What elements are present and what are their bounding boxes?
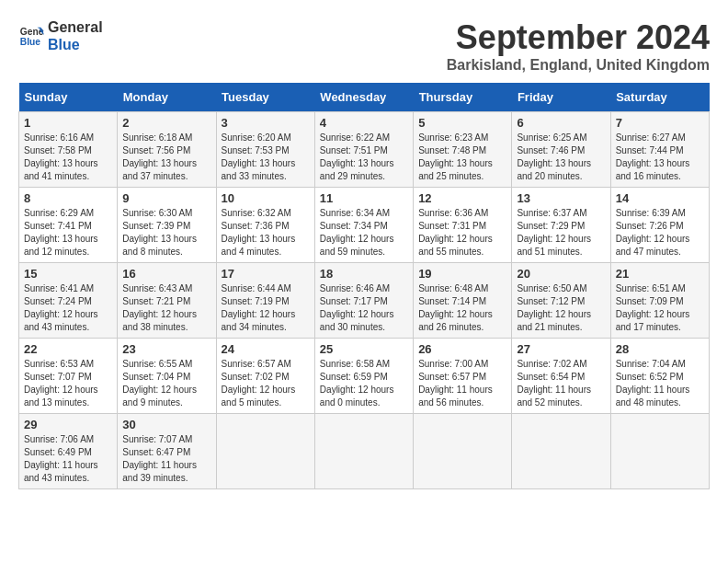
- day-header-tuesday: Tuesday: [216, 83, 314, 112]
- day-detail: Sunrise: 6:29 AMSunset: 7:41 PMDaylight:…: [24, 207, 112, 259]
- page-title: September 2024: [447, 18, 710, 57]
- day-detail: Sunrise: 6:34 AMSunset: 7:34 PMDaylight:…: [320, 207, 408, 259]
- day-detail: Sunrise: 6:36 AMSunset: 7:31 PMDaylight:…: [418, 207, 506, 259]
- calendar-cell: [314, 414, 413, 489]
- calendar-cell: 16Sunrise: 6:43 AMSunset: 7:21 PMDayligh…: [118, 263, 216, 339]
- calendar-cell: 13Sunrise: 6:37 AMSunset: 7:29 PMDayligh…: [512, 188, 610, 263]
- day-detail: Sunrise: 6:30 AMSunset: 7:39 PMDaylight:…: [122, 207, 210, 259]
- day-number: 20: [517, 267, 605, 281]
- calendar-cell: 12Sunrise: 6:36 AMSunset: 7:31 PMDayligh…: [414, 188, 512, 263]
- day-number: 15: [24, 267, 112, 281]
- day-detail: Sunrise: 6:25 AMSunset: 7:46 PMDaylight:…: [517, 132, 605, 183]
- calendar-cell: 7Sunrise: 6:27 AMSunset: 7:44 PMDaylight…: [610, 112, 709, 188]
- day-detail: Sunrise: 6:53 AMSunset: 7:07 PMDaylight:…: [24, 358, 112, 409]
- day-number: 14: [616, 191, 704, 205]
- day-detail: Sunrise: 6:16 AMSunset: 7:58 PMDaylight:…: [24, 132, 112, 183]
- calendar-cell: 21Sunrise: 6:51 AMSunset: 7:09 PMDayligh…: [610, 263, 709, 339]
- day-detail: Sunrise: 6:58 AMSunset: 6:59 PMDaylight:…: [320, 358, 408, 409]
- day-number: 6: [517, 116, 605, 130]
- day-header-wednesday: Wednesday: [314, 83, 413, 112]
- day-number: 2: [122, 116, 210, 130]
- day-detail: Sunrise: 6:22 AMSunset: 7:51 PMDaylight:…: [320, 132, 408, 183]
- calendar-cell: 29Sunrise: 7:06 AMSunset: 6:49 PMDayligh…: [19, 414, 118, 489]
- day-detail: Sunrise: 7:04 AMSunset: 6:52 PMDaylight:…: [616, 358, 704, 409]
- calendar-cell: 11Sunrise: 6:34 AMSunset: 7:34 PMDayligh…: [314, 188, 413, 263]
- svg-text:Blue: Blue: [20, 37, 41, 47]
- day-detail: Sunrise: 7:00 AMSunset: 6:57 PMDaylight:…: [418, 358, 506, 409]
- day-number: 5: [418, 116, 506, 130]
- day-detail: Sunrise: 6:57 AMSunset: 7:02 PMDaylight:…: [222, 358, 310, 409]
- day-number: 9: [122, 191, 210, 205]
- calendar-week-row: 8Sunrise: 6:29 AMSunset: 7:41 PMDaylight…: [19, 188, 710, 263]
- day-header-thursday: Thursday: [414, 83, 512, 112]
- day-number: 28: [616, 342, 704, 356]
- calendar-week-row: 15Sunrise: 6:41 AMSunset: 7:24 PMDayligh…: [19, 263, 710, 339]
- day-number: 7: [616, 116, 704, 130]
- day-number: 24: [222, 342, 310, 356]
- day-number: 4: [320, 116, 408, 130]
- day-number: 25: [320, 342, 408, 356]
- page-subtitle: Barkisland, England, United Kingdom: [447, 57, 710, 74]
- header: General Blue General Blue September 2024…: [18, 18, 710, 74]
- day-detail: Sunrise: 6:39 AMSunset: 7:26 PMDaylight:…: [616, 207, 704, 259]
- calendar-cell: 8Sunrise: 6:29 AMSunset: 7:41 PMDaylight…: [19, 188, 118, 263]
- calendar-cell: 28Sunrise: 7:04 AMSunset: 6:52 PMDayligh…: [610, 339, 709, 414]
- day-detail: Sunrise: 6:37 AMSunset: 7:29 PMDaylight:…: [517, 207, 605, 259]
- calendar-cell: 23Sunrise: 6:55 AMSunset: 7:04 PMDayligh…: [118, 339, 216, 414]
- calendar-cell: 1Sunrise: 6:16 AMSunset: 7:58 PMDaylight…: [19, 112, 118, 188]
- calendar-cell: 2Sunrise: 6:18 AMSunset: 7:56 PMDaylight…: [118, 112, 216, 188]
- day-number: 3: [222, 116, 310, 130]
- day-number: 27: [517, 342, 605, 356]
- day-header-saturday: Saturday: [610, 83, 709, 112]
- calendar-cell: [414, 414, 512, 489]
- title-area: September 2024 Barkisland, England, Unit…: [447, 18, 710, 74]
- day-detail: Sunrise: 6:44 AMSunset: 7:19 PMDaylight:…: [222, 282, 310, 334]
- calendar-cell: 18Sunrise: 6:46 AMSunset: 7:17 PMDayligh…: [314, 263, 413, 339]
- day-number: 18: [320, 267, 408, 281]
- calendar-cell: 9Sunrise: 6:30 AMSunset: 7:39 PMDaylight…: [118, 188, 216, 263]
- calendar-cell: 20Sunrise: 6:50 AMSunset: 7:12 PMDayligh…: [512, 263, 610, 339]
- day-header-sunday: Sunday: [19, 83, 118, 112]
- logo-line2: Blue: [48, 36, 103, 53]
- day-number: 8: [24, 191, 112, 205]
- day-detail: Sunrise: 6:48 AMSunset: 7:14 PMDaylight:…: [418, 282, 506, 334]
- calendar-cell: [512, 414, 610, 489]
- calendar-cell: [216, 414, 314, 489]
- day-number: 10: [222, 191, 310, 205]
- day-number: 26: [418, 342, 506, 356]
- day-detail: Sunrise: 6:51 AMSunset: 7:09 PMDaylight:…: [616, 282, 704, 334]
- logo-line1: General: [48, 18, 103, 36]
- day-number: 30: [122, 418, 210, 431]
- day-detail: Sunrise: 6:41 AMSunset: 7:24 PMDaylight:…: [24, 282, 112, 334]
- day-number: 13: [517, 191, 605, 205]
- day-detail: Sunrise: 6:20 AMSunset: 7:53 PMDaylight:…: [222, 132, 310, 183]
- calendar-cell: 26Sunrise: 7:00 AMSunset: 6:57 PMDayligh…: [414, 339, 512, 414]
- logo-icon: General Blue: [18, 23, 44, 49]
- day-number: 11: [320, 191, 408, 205]
- day-header-monday: Monday: [118, 83, 216, 112]
- day-detail: Sunrise: 7:07 AMSunset: 6:47 PMDaylight:…: [122, 433, 210, 485]
- day-number: 12: [418, 191, 506, 205]
- calendar-cell: 5Sunrise: 6:23 AMSunset: 7:48 PMDaylight…: [414, 112, 512, 188]
- calendar-week-row: 29Sunrise: 7:06 AMSunset: 6:49 PMDayligh…: [19, 414, 710, 489]
- calendar-cell: 4Sunrise: 6:22 AMSunset: 7:51 PMDaylight…: [314, 112, 413, 188]
- day-header-friday: Friday: [512, 83, 610, 112]
- day-detail: Sunrise: 6:23 AMSunset: 7:48 PMDaylight:…: [418, 132, 506, 183]
- calendar-cell: 22Sunrise: 6:53 AMSunset: 7:07 PMDayligh…: [19, 339, 118, 414]
- calendar-cell: 19Sunrise: 6:48 AMSunset: 7:14 PMDayligh…: [414, 263, 512, 339]
- day-number: 1: [24, 116, 112, 130]
- logo: General Blue General Blue: [18, 18, 103, 53]
- calendar-cell: 17Sunrise: 6:44 AMSunset: 7:19 PMDayligh…: [216, 263, 314, 339]
- calendar-body: 1Sunrise: 6:16 AMSunset: 7:58 PMDaylight…: [19, 112, 710, 489]
- day-number: 16: [122, 267, 210, 281]
- calendar-cell: 10Sunrise: 6:32 AMSunset: 7:36 PMDayligh…: [216, 188, 314, 263]
- calendar-cell: 30Sunrise: 7:07 AMSunset: 6:47 PMDayligh…: [118, 414, 216, 489]
- calendar-cell: 14Sunrise: 6:39 AMSunset: 7:26 PMDayligh…: [610, 188, 709, 263]
- calendar-cell: 24Sunrise: 6:57 AMSunset: 7:02 PMDayligh…: [216, 339, 314, 414]
- day-number: 23: [122, 342, 210, 356]
- calendar-table: SundayMondayTuesdayWednesdayThursdayFrid…: [18, 83, 710, 489]
- day-detail: Sunrise: 7:06 AMSunset: 6:49 PMDaylight:…: [24, 433, 112, 485]
- calendar-cell: 25Sunrise: 6:58 AMSunset: 6:59 PMDayligh…: [314, 339, 413, 414]
- calendar-week-row: 1Sunrise: 6:16 AMSunset: 7:58 PMDaylight…: [19, 112, 710, 188]
- calendar-cell: 27Sunrise: 7:02 AMSunset: 6:54 PMDayligh…: [512, 339, 610, 414]
